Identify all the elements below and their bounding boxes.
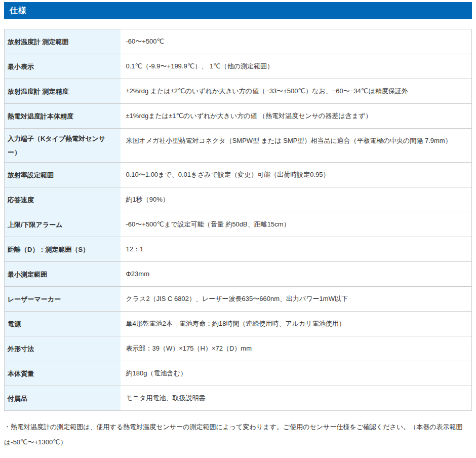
spec-value: -60〜+500℃まで設定可能（音量 約50dB、距離15cm） <box>121 212 472 237</box>
spec-label: レーザーマーカー <box>5 287 121 312</box>
table-row: 電源 単4形乾電池2本 電池寿命：約18時間（連続使用時、アルカリ電池使用） <box>5 312 472 336</box>
table-row: 放射温度計 測定精度 ±2%rdg または±2℃のいずれか大きい方の値（−33〜… <box>5 79 472 104</box>
spec-value: 約1秒（90%） <box>121 187 472 212</box>
spec-value: 米国オメガ社小型熱電対コネクタ（SMPW型 または SMP型）相当品に適合（平板… <box>121 129 472 163</box>
spec-value: -60〜+500℃ <box>121 29 472 54</box>
spec-label: 熱電対温度計本体精度 <box>5 104 121 129</box>
spec-label: 放射温度計 測定精度 <box>5 79 121 104</box>
table-row: 外形寸法 表示部：39（W）×175（H）×72（D）mm <box>5 336 472 361</box>
table-row: 本体質量 約180g（電池含む） <box>5 361 472 386</box>
spec-value: ±1%rdgまたは±1℃のいずれか大きい方の値 （熱電対温度センサの器差は含まず… <box>121 104 472 129</box>
spec-label: 電源 <box>5 312 121 336</box>
table-row: レーザーマーカー クラス2（JIS C 6802）、レーザー波長635〜660n… <box>5 287 472 312</box>
spec-label: 放射率設定範囲 <box>5 163 121 187</box>
spec-label: 最小表示 <box>5 54 121 79</box>
table-row: 付属品 モニタ用電池、取扱説明書 <box>5 386 472 411</box>
spec-label: 入力端子（Kタイプ熱電対センサー） <box>5 129 121 163</box>
spec-table: 放射温度計 測定範囲 -60〜+500℃ 最小表示 0.1℃（-9.9〜+199… <box>4 29 472 411</box>
section-header: 仕様 <box>4 2 472 19</box>
table-row: 熱電対温度計本体精度 ±1%rdgまたは±1℃のいずれか大きい方の値 （熱電対温… <box>5 104 472 129</box>
spec-value: ±2%rdg または±2℃のいずれか大きい方の値（−33〜+500℃）なお、−6… <box>121 79 472 104</box>
table-row: 放射温度計 測定範囲 -60〜+500℃ <box>5 29 472 54</box>
spec-value: モニタ用電池、取扱説明書 <box>121 386 472 411</box>
table-row: 最小測定範囲 Φ23mm <box>5 262 472 287</box>
spec-value: 0.10〜1.00まで、0.01きざみで設定（変更）可能（出荷時設定0.95） <box>121 163 472 187</box>
table-row: 応答速度 約1秒（90%） <box>5 187 472 212</box>
spec-label: 距離（D）：測定範囲（S） <box>5 237 121 262</box>
spec-label: 上限/下限アラーム <box>5 212 121 237</box>
spec-label: 最小測定範囲 <box>5 262 121 287</box>
spec-value: 0.1℃（-9.9〜+199.9℃）、 1℃（他の測定範囲） <box>121 54 472 79</box>
spec-label: 放射温度計 測定範囲 <box>5 29 121 54</box>
table-row: 最小表示 0.1℃（-9.9〜+199.9℃）、 1℃（他の測定範囲） <box>5 54 472 79</box>
table-row: 放射率設定範囲 0.10〜1.00まで、0.01きざみで設定（変更）可能（出荷時… <box>5 163 472 187</box>
spec-value: 表示部：39（W）×175（H）×72（D）mm <box>121 336 472 361</box>
spec-label: 付属品 <box>5 386 121 411</box>
spec-label: 本体質量 <box>5 361 121 386</box>
spec-value: Φ23mm <box>121 262 472 287</box>
spec-label: 応答速度 <box>5 187 121 212</box>
spec-value: クラス2（JIS C 6802）、レーザー波長635〜660nm、出力パワー1m… <box>121 287 472 312</box>
table-row: 入力端子（Kタイプ熱電対センサー） 米国オメガ社小型熱電対コネクタ（SMPW型 … <box>5 129 472 163</box>
table-row: 距離（D）：測定範囲（S） 12：1 <box>5 237 472 262</box>
spec-value: 12：1 <box>121 237 472 262</box>
section-title: 仕様 <box>10 6 27 16</box>
footnote: ・熱電対温度計の測定範囲は、使用する熱電対温度センサーの測定範囲によって変わりま… <box>4 419 472 450</box>
spec-value: 約180g（電池含む） <box>121 361 472 386</box>
spec-value: 単4形乾電池2本 電池寿命：約18時間（連続使用時、アルカリ電池使用） <box>121 312 472 336</box>
spec-label: 外形寸法 <box>5 336 121 361</box>
table-row: 上限/下限アラーム -60〜+500℃まで設定可能（音量 約50dB、距離15c… <box>5 212 472 237</box>
